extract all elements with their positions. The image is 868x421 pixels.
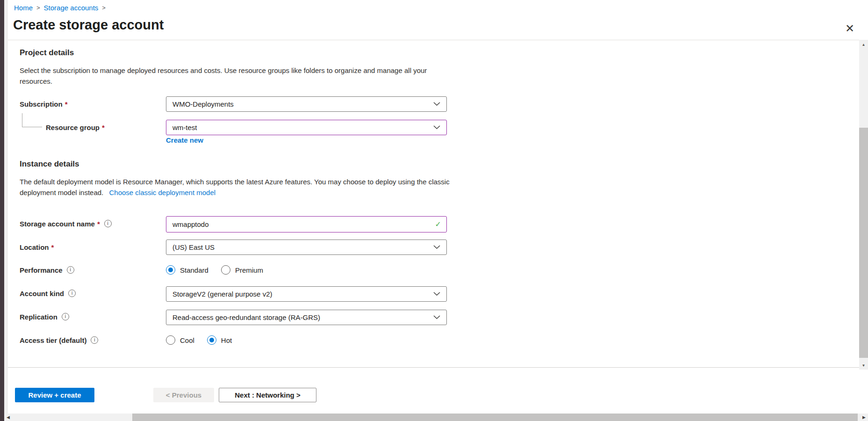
chevron-down-icon	[433, 102, 440, 106]
required-asterisk: *	[102, 123, 105, 131]
storage-account-name-input[interactable]	[172, 220, 430, 228]
resource-group-dropdown[interactable]: wm-test	[166, 120, 447, 135]
next-networking-button[interactable]: Next : Networking >	[219, 388, 316, 402]
location-value: (US) East US	[172, 243, 215, 251]
left-edge-panel	[0, 0, 4, 421]
radio-unselected-icon	[166, 335, 175, 345]
required-asterisk: *	[65, 100, 68, 108]
valid-check-icon: ✓	[435, 220, 441, 229]
info-icon[interactable]: i	[91, 336, 98, 344]
access-tier-radio-group: Cool Hot	[166, 335, 232, 345]
create-new-link[interactable]: Create new	[166, 136, 203, 144]
performance-label: Performance i	[20, 266, 74, 274]
replication-dropdown[interactable]: Read-access geo-redundant storage (RA-GR…	[166, 310, 447, 325]
access-tier-label-text: Access tier (default)	[20, 336, 86, 344]
location-dropdown[interactable]: (US) East US	[166, 240, 447, 255]
close-icon[interactable]: ✕	[841, 21, 858, 36]
location-label: Location *	[20, 243, 54, 251]
replication-value: Read-access geo-redundant storage (RA-GR…	[172, 313, 320, 321]
performance-standard-radio[interactable]: Standard	[166, 265, 208, 275]
subscription-label-text: Subscription	[20, 100, 63, 108]
account-kind-label: Account kind i	[20, 289, 76, 298]
previous-button[interactable]: < Previous	[153, 388, 214, 402]
horizontal-scrollbar-thumb[interactable]	[132, 414, 858, 421]
radio-unselected-icon	[221, 265, 230, 275]
subscription-dropdown[interactable]: WMO-Deployments	[166, 96, 447, 112]
scroll-left-icon[interactable]: ◀	[7, 415, 10, 420]
horizontal-scrollbar[interactable]: ◀ ▶	[4, 414, 868, 421]
vertical-scrollbar-thumb[interactable]	[859, 128, 868, 358]
instance-details-heading: Instance details	[20, 160, 79, 169]
access-tier-cool-radio[interactable]: Cool	[166, 335, 194, 345]
account-kind-dropdown[interactable]: StorageV2 (general purpose v2)	[166, 286, 447, 302]
radio-selected-icon	[207, 335, 216, 345]
info-icon[interactable]: i	[62, 313, 69, 320]
access-tier-label: Access tier (default) i	[20, 336, 98, 344]
location-label-text: Location	[20, 243, 49, 251]
resource-group-value: wm-test	[172, 123, 197, 131]
footer-divider	[8, 367, 868, 368]
left-gutter	[4, 0, 8, 421]
instance-details-description-text: The default deployment model is Resource…	[20, 178, 450, 196]
subscription-resource-group-connector	[22, 113, 42, 127]
subscription-label: Subscription *	[20, 100, 68, 108]
chevron-down-icon	[433, 125, 440, 130]
resource-group-label-text: Resource group	[46, 123, 100, 131]
performance-radio-group: Standard Premium	[166, 265, 263, 275]
choose-classic-deployment-link[interactable]: Choose classic deployment model	[109, 189, 215, 196]
required-asterisk: *	[97, 220, 100, 228]
replication-label-text: Replication	[20, 313, 57, 321]
storage-account-name-label: Storage account name * i	[20, 219, 112, 228]
storage-account-name-field: ✓	[166, 216, 447, 232]
radio-selected-icon	[166, 265, 175, 275]
chevron-down-icon	[433, 245, 440, 249]
chevron-down-icon	[433, 292, 440, 296]
subscription-value: WMO-Deployments	[172, 100, 234, 108]
access-tier-hot-radio[interactable]: Hot	[207, 335, 232, 345]
breadcrumb-storage-accounts-link[interactable]: Storage accounts	[44, 4, 99, 12]
performance-label-text: Performance	[20, 266, 63, 274]
project-details-heading: Project details	[20, 48, 74, 58]
page-title: Create storage account	[13, 17, 164, 33]
scroll-down-icon[interactable]: ▼	[859, 363, 868, 368]
chevron-down-icon	[433, 315, 440, 319]
create-storage-account-page: Home > Storage accounts > Create storage…	[0, 0, 868, 421]
breadcrumb: Home > Storage accounts >	[14, 4, 109, 12]
info-icon[interactable]: i	[67, 266, 74, 274]
vertical-scrollbar[interactable]: ▲ ▼	[859, 40, 868, 370]
resource-group-label: Resource group *	[46, 123, 105, 131]
review-create-button[interactable]: Review + create	[15, 388, 94, 402]
info-icon[interactable]: i	[68, 290, 76, 297]
scroll-right-icon[interactable]: ▶	[862, 415, 866, 420]
content-top-divider	[8, 40, 861, 40]
replication-label: Replication i	[20, 312, 69, 321]
breadcrumb-separator: >	[36, 4, 40, 11]
breadcrumb-separator: >	[102, 4, 106, 11]
account-kind-label-text: Account kind	[20, 290, 64, 298]
performance-premium-radio[interactable]: Premium	[221, 265, 263, 275]
project-details-description: Select the subscription to manage deploy…	[20, 65, 450, 87]
account-kind-value: StorageV2 (general purpose v2)	[172, 290, 272, 298]
storage-account-name-label-text: Storage account name	[20, 220, 95, 228]
breadcrumb-home-link[interactable]: Home	[14, 4, 33, 12]
required-asterisk: *	[51, 243, 54, 251]
info-icon[interactable]: i	[104, 220, 112, 227]
scroll-up-icon[interactable]: ▲	[859, 43, 868, 47]
instance-details-description: The default deployment model is Resource…	[20, 176, 450, 198]
